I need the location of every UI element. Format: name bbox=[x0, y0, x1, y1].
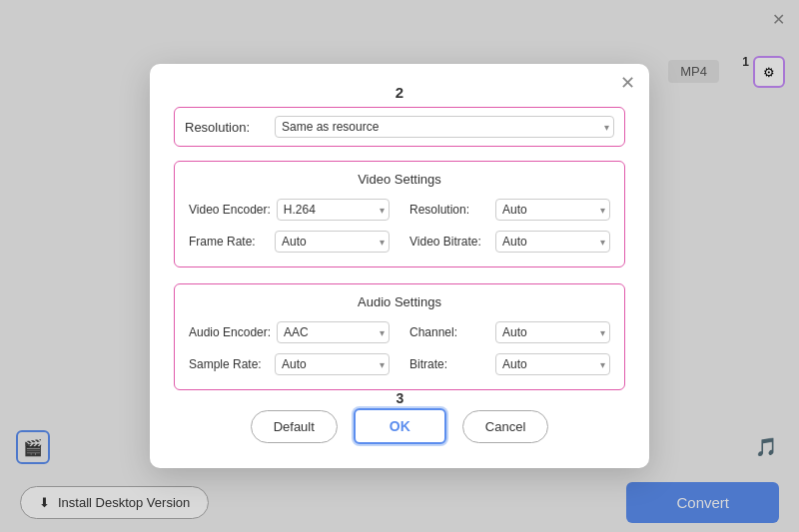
settings-modal: ✕ 2 Resolution: Same as resource Video S… bbox=[150, 64, 649, 468]
frame-rate-label: Frame Rate: bbox=[189, 235, 269, 249]
audio-encoder-select-wrapper[interactable]: AAC bbox=[277, 321, 390, 343]
modal-step-number: 2 bbox=[174, 84, 625, 101]
channel-select[interactable]: Auto bbox=[495, 321, 610, 343]
bitrate-select-wrapper[interactable]: Auto bbox=[495, 353, 610, 375]
sample-rate-label: Sample Rate: bbox=[189, 357, 269, 371]
cancel-button[interactable]: Cancel bbox=[462, 410, 548, 443]
video-bitrate-label: Video Bitrate: bbox=[409, 235, 489, 249]
modal-buttons: Default 3 OK Cancel bbox=[174, 408, 625, 444]
channel-label: Channel: bbox=[409, 325, 489, 339]
video-settings-box: Video Settings Video Encoder: H.264 Reso… bbox=[174, 161, 625, 267]
sample-rate-select-wrapper[interactable]: Auto bbox=[275, 353, 390, 375]
video-section-title: Video Settings bbox=[189, 172, 610, 187]
sample-rate-row: Sample Rate: Auto bbox=[189, 353, 390, 375]
bitrate-row: Bitrate: Auto bbox=[409, 353, 610, 375]
channel-select-wrapper[interactable]: Auto bbox=[495, 321, 610, 343]
ok-step-number: 3 bbox=[396, 390, 403, 406]
ok-button[interactable]: OK bbox=[354, 408, 446, 444]
frame-rate-select[interactable]: Auto bbox=[275, 231, 390, 253]
sample-rate-select[interactable]: Auto bbox=[275, 353, 390, 375]
video-encoder-row: Video Encoder: H.264 bbox=[189, 199, 390, 221]
resolution-label: Resolution: bbox=[185, 120, 275, 135]
audio-section-title: Audio Settings bbox=[189, 294, 610, 309]
audio-settings-grid: Audio Encoder: AAC Channel: Auto bbox=[189, 321, 610, 375]
audio-settings-box: Audio Settings Audio Encoder: AAC Channe… bbox=[174, 283, 625, 390]
frame-rate-select-wrapper[interactable]: Auto bbox=[275, 231, 390, 253]
resolution-right-label: Resolution: bbox=[409, 203, 489, 217]
video-bitrate-row: Video Bitrate: Auto bbox=[409, 231, 610, 253]
bitrate-label: Bitrate: bbox=[409, 357, 489, 371]
bitrate-select[interactable]: Auto bbox=[495, 353, 610, 375]
audio-encoder-label: Audio Encoder: bbox=[189, 325, 271, 339]
video-encoder-select[interactable]: H.264 bbox=[277, 199, 390, 221]
resolution-row: Resolution: Same as resource bbox=[174, 107, 625, 147]
resolution-select[interactable]: Same as resource bbox=[275, 116, 614, 138]
video-bitrate-select[interactable]: Auto bbox=[495, 231, 610, 253]
resolution-right-select-wrapper[interactable]: Auto bbox=[495, 199, 610, 221]
resolution-select-wrapper[interactable]: Same as resource bbox=[275, 116, 614, 138]
modal-overlay: ✕ 2 Resolution: Same as resource Video S… bbox=[0, 0, 799, 532]
audio-encoder-select[interactable]: AAC bbox=[277, 321, 390, 343]
video-encoder-select-wrapper[interactable]: H.264 bbox=[277, 199, 390, 221]
channel-row: Channel: Auto bbox=[409, 321, 610, 343]
frame-rate-row: Frame Rate: Auto bbox=[189, 231, 390, 253]
video-bitrate-select-wrapper[interactable]: Auto bbox=[495, 231, 610, 253]
video-settings-grid: Video Encoder: H.264 Resolution: Auto bbox=[189, 199, 610, 253]
video-encoder-label: Video Encoder: bbox=[189, 203, 271, 217]
default-button[interactable]: Default bbox=[251, 410, 338, 443]
audio-encoder-row: Audio Encoder: AAC bbox=[189, 321, 390, 343]
modal-close-button[interactable]: ✕ bbox=[620, 74, 635, 92]
resolution-right-select[interactable]: Auto bbox=[495, 199, 610, 221]
resolution-right-row: Resolution: Auto bbox=[409, 199, 610, 221]
